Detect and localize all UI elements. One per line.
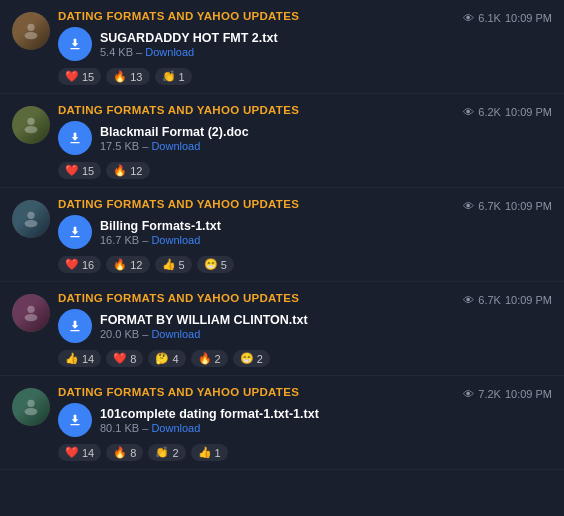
view-count: 7.2K	[478, 388, 501, 400]
message-body: DATING FORMATS AND YAHOO UPDATESBilling …	[58, 198, 454, 273]
reaction-emoji: 🤔	[155, 352, 169, 365]
download-link[interactable]: Download	[151, 140, 200, 152]
channel-name: DATING FORMATS AND YAHOO UPDATES	[58, 386, 454, 398]
reaction-emoji: 😁	[204, 258, 218, 271]
reaction-count: 13	[130, 71, 142, 83]
svg-point-7	[25, 220, 38, 227]
download-button[interactable]	[58, 215, 92, 249]
download-button[interactable]	[58, 403, 92, 437]
download-icon	[67, 130, 83, 146]
message-meta: 👁6.1K10:09 PM	[462, 10, 552, 24]
reaction-count: 12	[130, 259, 142, 271]
reactions-row: 👍14❤️8🤔4🔥2😁2	[58, 350, 454, 367]
download-link[interactable]: Download	[145, 46, 194, 58]
reaction-badge[interactable]: 🔥12	[106, 162, 149, 179]
reaction-badge[interactable]: 🔥13	[106, 68, 149, 85]
reaction-emoji: ❤️	[65, 164, 79, 177]
download-box: SUGARDADDY HOT FMT 2.txt5.4 KB – Downloa…	[58, 27, 454, 61]
avatar	[12, 106, 50, 144]
reaction-emoji: 🔥	[113, 164, 127, 177]
message-meta: 👁6.7K10:09 PM	[462, 198, 552, 212]
svg-point-6	[27, 212, 34, 219]
download-link[interactable]: Download	[151, 328, 200, 340]
message-left: DATING FORMATS AND YAHOO UPDATESBilling …	[12, 198, 454, 273]
download-button[interactable]	[58, 27, 92, 61]
timestamp: 10:09 PM	[505, 388, 552, 400]
file-size: 5.4 KB – Download	[100, 46, 278, 58]
channel-name: DATING FORMATS AND YAHOO UPDATES	[58, 10, 454, 22]
reaction-badge[interactable]: ❤️8	[106, 350, 143, 367]
timestamp: 10:09 PM	[505, 294, 552, 306]
file-name: SUGARDADDY HOT FMT 2.txt	[100, 31, 278, 45]
reaction-badge[interactable]: 👍5	[155, 256, 192, 273]
reaction-badge[interactable]: 🤔4	[148, 350, 185, 367]
reaction-emoji: ❤️	[113, 352, 127, 365]
avatar	[12, 388, 50, 426]
download-box: Billing Formats-1.txt16.7 KB – Download	[58, 215, 454, 249]
message-item: DATING FORMATS AND YAHOO UPDATESSUGARDAD…	[0, 0, 564, 94]
reaction-emoji: 👍	[198, 446, 212, 459]
reaction-badge[interactable]: 😁2	[233, 350, 270, 367]
reaction-badge[interactable]: 🔥2	[191, 350, 228, 367]
download-link[interactable]: Download	[151, 422, 200, 434]
reactions-row: ❤️15🔥12	[58, 162, 454, 179]
reaction-count: 1	[179, 71, 185, 83]
reaction-count: 1	[215, 447, 221, 459]
channel-name: DATING FORMATS AND YAHOO UPDATES	[58, 292, 454, 304]
reaction-emoji: 👍	[162, 258, 176, 271]
svg-point-1	[25, 32, 38, 39]
reactions-row: ❤️15🔥13👏1	[58, 68, 454, 85]
svg-point-13	[25, 408, 38, 415]
file-info: 101complete dating format-1.txt-1.txt80.…	[100, 407, 319, 434]
reaction-badge[interactable]: 👏2	[148, 444, 185, 461]
views-time: 👁6.2K10:09 PM	[463, 106, 552, 118]
message-left: DATING FORMATS AND YAHOO UPDATESSUGARDAD…	[12, 10, 454, 85]
file-info: SUGARDADDY HOT FMT 2.txt5.4 KB – Downloa…	[100, 31, 278, 58]
reaction-emoji: 👏	[162, 70, 176, 83]
message-left: DATING FORMATS AND YAHOO UPDATESBlackmai…	[12, 104, 454, 179]
download-button[interactable]	[58, 121, 92, 155]
file-name: FORMAT BY WILLIAM CLINTON.txt	[100, 313, 308, 327]
reaction-badge[interactable]: ❤️15	[58, 68, 101, 85]
reaction-badge[interactable]: ❤️16	[58, 256, 101, 273]
reaction-badge[interactable]: 👏1	[155, 68, 192, 85]
reaction-badge[interactable]: 🔥8	[106, 444, 143, 461]
svg-point-9	[27, 306, 34, 313]
views-time: 👁6.7K10:09 PM	[463, 294, 552, 306]
timestamp: 10:09 PM	[505, 200, 552, 212]
reaction-badge[interactable]: 🔥12	[106, 256, 149, 273]
avatar	[12, 200, 50, 238]
reaction-count: 15	[82, 71, 94, 83]
message-item: DATING FORMATS AND YAHOO UPDATES101compl…	[0, 376, 564, 470]
download-link[interactable]: Download	[151, 234, 200, 246]
svg-rect-14	[70, 424, 79, 425]
message-item: DATING FORMATS AND YAHOO UPDATESFORMAT B…	[0, 282, 564, 376]
reaction-badge[interactable]: 👍14	[58, 350, 101, 367]
reaction-badge[interactable]: ❤️15	[58, 162, 101, 179]
reactions-row: ❤️16🔥12👍5😁5	[58, 256, 454, 273]
reaction-count: 4	[172, 353, 178, 365]
eye-icon: 👁	[463, 12, 474, 24]
reaction-count: 12	[130, 165, 142, 177]
reaction-emoji: ❤️	[65, 446, 79, 459]
user-icon	[20, 208, 42, 230]
svg-rect-8	[70, 236, 79, 237]
user-icon	[20, 302, 42, 324]
download-box: 101complete dating format-1.txt-1.txt80.…	[58, 403, 454, 437]
user-icon	[20, 396, 42, 418]
reaction-emoji: ❤️	[65, 70, 79, 83]
download-button[interactable]	[58, 309, 92, 343]
reaction-badge[interactable]: ❤️14	[58, 444, 101, 461]
eye-icon: 👁	[463, 200, 474, 212]
download-icon	[67, 36, 83, 52]
reaction-badge[interactable]: 👍1	[191, 444, 228, 461]
reaction-badge[interactable]: 😁5	[197, 256, 234, 273]
file-name: Blackmail Format (2).doc	[100, 125, 249, 139]
svg-rect-2	[70, 48, 79, 49]
message-item: DATING FORMATS AND YAHOO UPDATESBlackmai…	[0, 94, 564, 188]
avatar	[12, 12, 50, 50]
file-name: Billing Formats-1.txt	[100, 219, 221, 233]
timestamp: 10:09 PM	[505, 106, 552, 118]
download-box: FORMAT BY WILLIAM CLINTON.txt20.0 KB – D…	[58, 309, 454, 343]
svg-point-0	[27, 24, 34, 31]
